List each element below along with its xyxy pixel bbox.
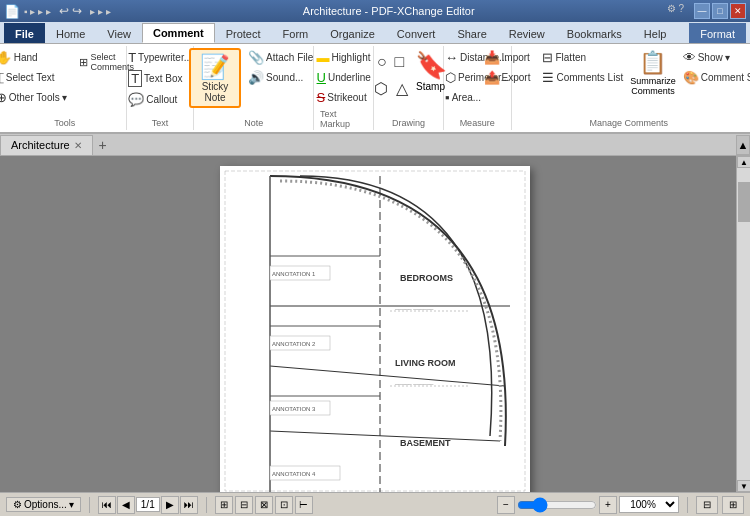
rectangle-icon: □ bbox=[395, 53, 405, 71]
scroll-down-arrow[interactable]: ▼ bbox=[737, 480, 750, 492]
strikeout-button[interactable]: S Strikeout bbox=[312, 88, 376, 107]
svg-text:_____ ______: _____ ______ bbox=[394, 304, 434, 310]
underline-button[interactable]: U Underline bbox=[312, 68, 376, 87]
polygon-button[interactable]: ⬡ bbox=[371, 76, 391, 101]
text-markup-label: Text Markup bbox=[320, 107, 368, 129]
hand-tool-button[interactable]: ✋ Hand bbox=[0, 48, 72, 67]
export-button[interactable]: 📤 Export bbox=[479, 68, 536, 87]
ribbon: ✋ Hand ⌶ Select Text ⊕ Other Tools ▾ ⊞ S… bbox=[0, 44, 750, 134]
area-icon: ▪ bbox=[445, 90, 450, 105]
drawing-label: Drawing bbox=[392, 116, 425, 128]
view-single-button[interactable]: ⊞ bbox=[215, 496, 233, 514]
minimize-button[interactable]: — bbox=[694, 3, 710, 19]
tab-review[interactable]: Review bbox=[498, 23, 556, 43]
zoom-slider[interactable] bbox=[517, 497, 597, 513]
status-bar: ⚙ Options... ▾ ⏮ ◀ 1/1 ▶ ⏭ ⊞ ⊟ ⊠ ⊡ ⊢ − +… bbox=[0, 492, 750, 516]
tab-convert[interactable]: Convert bbox=[386, 23, 447, 43]
tab-view[interactable]: View bbox=[96, 23, 142, 43]
tab-file[interactable]: File bbox=[4, 23, 45, 43]
app-icon: 📄 bbox=[4, 4, 20, 19]
doc-tab-close[interactable]: ✕ bbox=[74, 140, 82, 151]
select-text-icon: ⌶ bbox=[0, 70, 4, 85]
doc-tab-architecture[interactable]: Architecture ✕ bbox=[0, 135, 93, 155]
tab-bookmarks[interactable]: Bookmarks bbox=[556, 23, 633, 43]
polygon-icon: ⬡ bbox=[374, 79, 388, 98]
zoom-in-button[interactable]: + bbox=[599, 496, 617, 514]
callout-icon: 💬 bbox=[128, 92, 144, 107]
tab-share[interactable]: Share bbox=[446, 23, 497, 43]
attach-file-button[interactable]: 📎 Attach File bbox=[243, 48, 318, 67]
close-button[interactable]: ✕ bbox=[730, 3, 746, 19]
title-bar: 📄 ▪ ▸ ▸ ▸ ↩ ↪ ▸ ▸ ▸ Architecture - PDF-X… bbox=[0, 0, 750, 22]
view-continuous-button[interactable]: ⊟ bbox=[235, 496, 253, 514]
manage-comments-items: 📥 Import 📤 Export ⊟ Flatten ☰ Comments L… bbox=[479, 48, 750, 116]
view-facing-button[interactable]: ⊠ bbox=[255, 496, 273, 514]
first-page-button[interactable]: ⏮ bbox=[98, 496, 116, 514]
other-tools-button[interactable]: ⊕ Other Tools ▾ bbox=[0, 88, 72, 107]
vertical-scrollbar[interactable]: ▲ ▼ bbox=[736, 156, 750, 492]
svg-text:LIVING ROOM: LIVING ROOM bbox=[395, 358, 456, 368]
sticky-note-button[interactable]: 📝 Sticky Note bbox=[189, 48, 241, 108]
new-tab-button[interactable]: + bbox=[93, 135, 113, 155]
typewriter-button[interactable]: T Typewriter... bbox=[123, 48, 197, 67]
strikeout-icon: S bbox=[317, 90, 326, 105]
tools-items: ✋ Hand ⌶ Select Text ⊕ Other Tools ▾ ⊞ S… bbox=[0, 48, 139, 116]
measure-label: Measure bbox=[460, 116, 495, 128]
document-tabs: Architecture ✕ + ▲ bbox=[0, 134, 750, 156]
show-button[interactable]: 👁 Show ▾ bbox=[678, 48, 750, 67]
comment-styles-icon: 🎨 bbox=[683, 70, 699, 85]
zoom-select[interactable]: 100% 75% 125% 150% bbox=[619, 496, 679, 513]
svg-text:ANNOTATION 1: ANNOTATION 1 bbox=[272, 271, 316, 277]
tools-label: Tools bbox=[54, 116, 75, 128]
arrow-icon: △ bbox=[396, 79, 408, 98]
prev-page-button[interactable]: ◀ bbox=[117, 496, 135, 514]
ellipse-button[interactable]: ○ bbox=[374, 50, 390, 74]
comment-styles-button[interactable]: 🎨 Comment Styles bbox=[678, 68, 750, 87]
import-button[interactable]: 📥 Import bbox=[479, 48, 536, 67]
fit-width-button[interactable]: ⊟ bbox=[696, 496, 718, 514]
select-text-button[interactable]: ⌶ Select Text bbox=[0, 68, 72, 87]
svg-text:ANNOTATION 3: ANNOTATION 3 bbox=[272, 406, 316, 412]
tab-home[interactable]: Home bbox=[45, 23, 96, 43]
scroll-up-arrow[interactable]: ▲ bbox=[737, 156, 750, 168]
window-title: Architecture - PDF-XChange Editor bbox=[111, 5, 667, 17]
fit-page-button[interactable]: ⊞ bbox=[722, 496, 744, 514]
perimeter-icon: ⬡ bbox=[445, 70, 456, 85]
pdf-page: BEDROOMS LIVING ROOM BASEMENT ANNOTATION… bbox=[220, 166, 530, 492]
tab-format[interactable]: Format bbox=[689, 23, 746, 43]
hand-icon: ✋ bbox=[0, 50, 12, 65]
options-button[interactable]: ⚙ Options... ▾ bbox=[6, 497, 81, 512]
tab-protect[interactable]: Protect bbox=[215, 23, 272, 43]
next-page-button[interactable]: ▶ bbox=[161, 496, 179, 514]
highlight-button[interactable]: ▬ Highlight bbox=[312, 48, 376, 67]
window-controls[interactable]: ⚙ ? — □ ✕ bbox=[667, 3, 746, 19]
scroll-up-button[interactable]: ▲ bbox=[736, 135, 750, 155]
arrow-button[interactable]: △ bbox=[393, 76, 411, 101]
view-mode-buttons: ⊞ ⊟ ⊠ ⊡ ⊢ bbox=[215, 496, 313, 514]
text-label: Text bbox=[152, 116, 169, 128]
sound-button[interactable]: 🔊 Sound... bbox=[243, 68, 318, 87]
text-markup-group: ▬ Highlight U Underline S Strikeout Text… bbox=[314, 46, 375, 130]
maximize-button[interactable]: □ bbox=[712, 3, 728, 19]
callout-button[interactable]: 💬 Callout bbox=[123, 90, 197, 109]
view-book-button[interactable]: ⊡ bbox=[275, 496, 293, 514]
zoom-out-button[interactable]: − bbox=[497, 496, 515, 514]
view-split-button[interactable]: ⊢ bbox=[295, 496, 313, 514]
underline-icon: U bbox=[317, 70, 326, 85]
rectangle-button[interactable]: □ bbox=[392, 50, 408, 74]
tab-help[interactable]: Help bbox=[633, 23, 678, 43]
flatten-button[interactable]: ⊟ Flatten bbox=[537, 48, 628, 67]
note-label: Note bbox=[244, 116, 263, 128]
comments-list-button[interactable]: ☰ Comments List bbox=[537, 68, 628, 87]
text-box-button[interactable]: T Text Box bbox=[123, 68, 197, 89]
title-left: 📄 ▪ ▸ ▸ ▸ ↩ ↪ ▸ ▸ ▸ bbox=[4, 4, 111, 19]
tools-group: ✋ Hand ⌶ Select Text ⊕ Other Tools ▾ ⊞ S… bbox=[4, 46, 127, 130]
zoom-control: − + 100% 75% 125% 150% bbox=[497, 496, 679, 514]
tab-comment[interactable]: Comment bbox=[142, 23, 215, 43]
ribbon-tabs: File Home View Comment Protect Form Orga… bbox=[0, 22, 750, 44]
options-icon: ⚙ bbox=[13, 499, 22, 510]
scrollbar-thumb[interactable] bbox=[738, 182, 750, 222]
tab-organize[interactable]: Organize bbox=[319, 23, 386, 43]
last-page-button[interactable]: ⏭ bbox=[180, 496, 198, 514]
tab-form[interactable]: Form bbox=[272, 23, 320, 43]
